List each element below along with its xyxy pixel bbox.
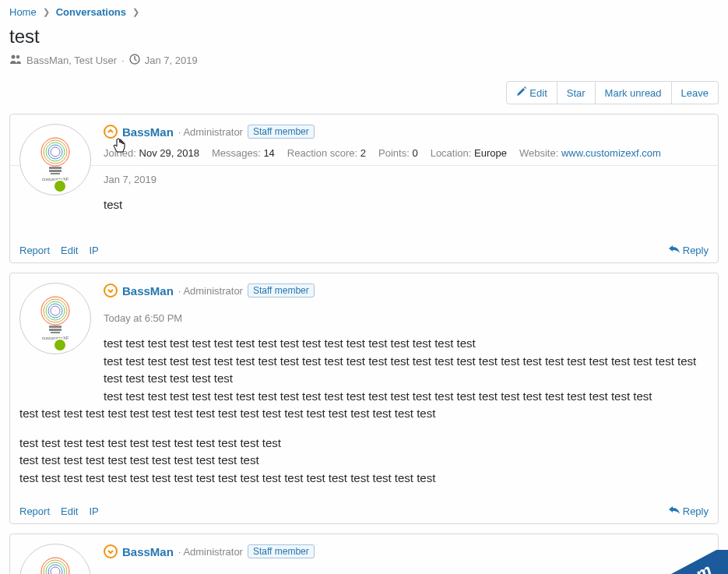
svg-point-1	[16, 55, 19, 58]
leave-button[interactable]: Leave	[672, 81, 719, 104]
message: customizeXF BassMan Administrator Staff …	[9, 114, 719, 263]
chevron-right-icon: ❯	[132, 7, 139, 17]
author-link[interactable]: BassMan	[122, 284, 174, 298]
report-link[interactable]: Report	[19, 245, 50, 256]
edit-button[interactable]: Edit	[506, 81, 557, 104]
svg-point-14	[46, 301, 65, 320]
author-link[interactable]: BassMan	[122, 125, 174, 139]
expand-toggle-icon[interactable]	[104, 544, 118, 558]
mark-unread-button[interactable]: Mark unread	[596, 81, 672, 104]
message-date: Jan 7, 2019	[10, 166, 718, 192]
pencil-icon	[516, 86, 526, 99]
staff-badge: Staff member	[248, 544, 315, 558]
svg-point-23	[46, 562, 65, 574]
svg-point-7	[51, 147, 60, 157]
chevron-right-icon: ❯	[43, 7, 50, 17]
message-header: BassMan Administrator Staff member	[10, 534, 718, 565]
svg-rect-10	[51, 173, 60, 174]
expand-toggle-icon[interactable]	[104, 283, 118, 298]
conversation-meta: BassMan, Test User · Jan 7, 2019	[0, 54, 728, 76]
ip-link[interactable]: IP	[89, 245, 98, 256]
author-role: Administrator	[178, 285, 243, 297]
svg-rect-17	[49, 326, 62, 328]
message: customizeXF BassMan Administrator Staff …	[9, 534, 719, 574]
author-role: Administrator	[178, 546, 243, 558]
website-link[interactable]: www.customizexf.com	[561, 147, 661, 159]
edit-link[interactable]: Edit	[61, 505, 78, 517]
svg-point-13	[44, 299, 67, 322]
message-date: A moment ago	[10, 565, 718, 574]
reply-icon	[669, 505, 680, 517]
svg-point-16	[51, 306, 60, 315]
svg-point-12	[41, 297, 69, 325]
svg-point-5	[46, 143, 65, 161]
avatar[interactable]: customizeXF	[19, 544, 91, 574]
users-icon	[9, 54, 22, 67]
participants-label: BassMan, Test User	[26, 55, 117, 66]
message-footer: Report Edit IP Reply	[10, 238, 718, 262]
svg-rect-18	[49, 329, 62, 331]
svg-point-0	[12, 55, 16, 59]
breadcrumb-home[interactable]: Home	[9, 6, 37, 18]
svg-rect-19	[51, 332, 60, 333]
report-link[interactable]: Report	[19, 505, 50, 517]
avatar[interactable]: customizeXF	[19, 283, 91, 354]
clock-icon	[129, 54, 140, 67]
conversation-actions: Edit Star Mark unread Leave	[0, 76, 728, 114]
staff-badge: Staff member	[248, 125, 315, 139]
user-details-panel: Joined: Nov 29, 2018 Messages: 14 Reacti…	[10, 146, 718, 166]
svg-point-25	[51, 567, 60, 574]
online-status-icon	[53, 179, 67, 193]
start-date-label: Jan 7, 2019	[145, 55, 198, 66]
svg-point-4	[44, 140, 67, 164]
svg-point-3	[41, 138, 69, 166]
breadcrumb-conversations[interactable]: Conversations	[56, 6, 126, 18]
message-date: Today at 6:50 PM	[10, 305, 718, 330]
avatar[interactable]: customizeXF	[19, 124, 91, 195]
message-footer: Report Edit IP Reply	[10, 499, 718, 523]
message-body: test	[10, 192, 718, 227]
reply-link[interactable]: Reply	[669, 245, 709, 256]
breadcrumb: Home ❯ Conversations ❯	[0, 0, 728, 24]
svg-rect-9	[49, 170, 62, 172]
collapse-toggle-icon[interactable]	[104, 125, 118, 139]
page-title: test	[0, 24, 728, 54]
online-status-icon	[53, 338, 67, 352]
author-link[interactable]: BassMan	[122, 545, 174, 558]
author-role: Administrator	[178, 126, 243, 138]
ip-link[interactable]: IP	[89, 505, 98, 517]
message-body: test test test test test test test test …	[10, 330, 718, 499]
message: customizeXF BassMan Administrator Staff …	[9, 273, 719, 524]
message-header: BassMan Administrator Staff member	[10, 114, 718, 146]
star-button[interactable]: Star	[557, 81, 596, 104]
edit-link[interactable]: Edit	[61, 245, 78, 256]
svg-rect-8	[49, 167, 62, 169]
reply-link[interactable]: Reply	[669, 505, 709, 517]
message-header: BassMan Administrator Staff member	[10, 273, 718, 305]
reply-icon	[669, 245, 680, 256]
staff-badge: Staff member	[248, 283, 315, 298]
